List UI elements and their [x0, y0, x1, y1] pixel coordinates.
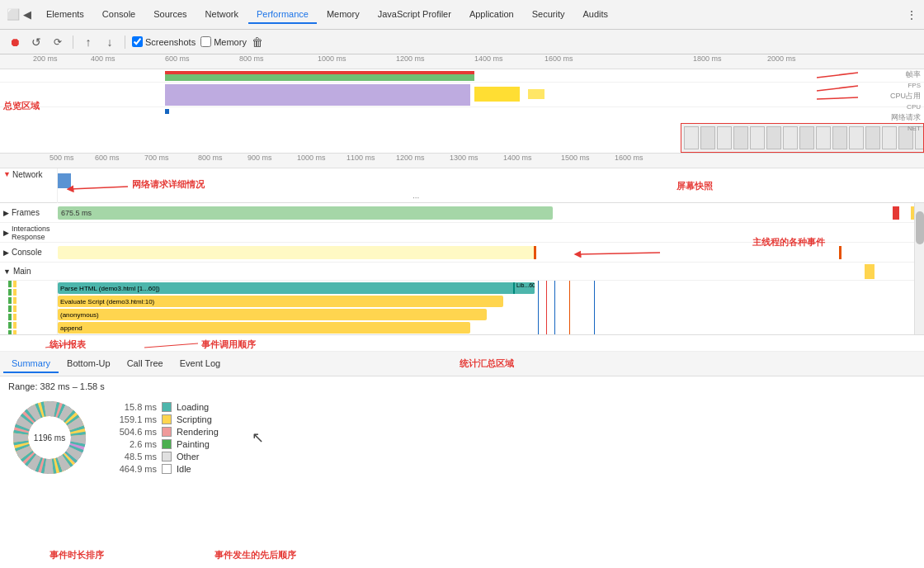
- tab-memory[interactable]: Memory: [318, 6, 368, 24]
- main-events-content: Parse HTML (demo3.html [1...60]) Lib...6…: [58, 281, 924, 335]
- tab-bottom-up[interactable]: Bottom-Up: [59, 355, 119, 373]
- tab-sources[interactable]: Sources: [145, 6, 195, 24]
- legend-scripting-ms: 159.1 ms: [107, 414, 157, 424]
- trash-button[interactable]: 🗑: [252, 36, 263, 49]
- vline-blue3: [594, 281, 595, 335]
- ruler-tick-1800: 1800 ms: [693, 54, 722, 63]
- interactions-expand-icon[interactable]: ▶: [3, 229, 9, 237]
- screenshot-thumb-2[interactable]: [700, 126, 715, 149]
- net-tick-1500: 1500 ms: [561, 154, 590, 162]
- legend-other: 48.5 ms Other: [107, 452, 219, 462]
- interactions-label: Interactions Response: [12, 225, 58, 241]
- svg-line-5: [45, 343, 74, 348]
- fps-row: [0, 69, 924, 83]
- console-end-tick: [534, 246, 536, 259]
- legend-rendering: 504.6 ms Rendering: [107, 427, 219, 437]
- stats-annotations-row: 统计报表 事件调用顺序: [0, 335, 924, 352]
- net-tick-1600: 1600 ms: [615, 154, 644, 162]
- legend-idle: 464.9 ms Idle: [107, 464, 219, 474]
- main-expand-icon[interactable]: ▼: [3, 267, 11, 276]
- interactions-track-label: ▶ Interactions Response: [0, 225, 58, 241]
- record-stop-button[interactable]: ⏺: [7, 34, 23, 50]
- frames-expand-icon[interactable]: ▶: [3, 209, 9, 217]
- legend-rendering-color: [162, 427, 172, 437]
- toolbar-divider-1: [73, 36, 73, 49]
- screenshot-thumb-6[interactable]: [766, 126, 781, 149]
- legend-idle-ms: 464.9 ms: [107, 464, 157, 474]
- toolbar-divider-2: [125, 36, 125, 49]
- tab-summary[interactable]: Summary: [3, 355, 59, 373]
- memory-checkbox[interactable]: [200, 36, 211, 47]
- screenshot-thumb-9[interactable]: [816, 126, 831, 149]
- screenshot-thumb-7[interactable]: [783, 126, 798, 149]
- tab-audits[interactable]: Audits: [574, 6, 616, 24]
- main-section: 200 ms 400 ms 600 ms 800 ms 1000 ms 1200…: [0, 54, 924, 568]
- ruler-tick-1400: 1400 ms: [474, 54, 503, 63]
- net-tick-1200: 1200 ms: [396, 154, 425, 162]
- screenshots-checkbox[interactable]: [132, 36, 143, 47]
- summary-range: Range: 382 ms – 1.58 s: [8, 381, 916, 391]
- console-expand-icon[interactable]: ▶: [3, 248, 9, 257]
- download-button[interactable]: ↓: [101, 34, 118, 50]
- performance-toolbar: ⏺ ↺ ⟳ ↑ ↓ Screenshots Memory 🗑: [0, 30, 924, 54]
- screenshot-thumb-10[interactable]: [832, 126, 847, 149]
- console-tick2: [839, 246, 842, 259]
- vline-orange: [569, 281, 570, 335]
- tab-event-log[interactable]: Event Log: [172, 355, 229, 373]
- cpu-abbr: CPU: [862, 103, 924, 111]
- ruler-tick-400: 400 ms: [91, 54, 116, 63]
- frames-track-label: ▶ Frames: [0, 208, 58, 217]
- interactions-track-row: ▶ Interactions Response: [0, 223, 924, 243]
- legend-scripting-label: Scripting: [177, 414, 212, 424]
- interactions-content: [58, 223, 924, 242]
- reload-record-button[interactable]: ↺: [28, 34, 45, 50]
- screenshot-thumb-3[interactable]: [717, 126, 732, 149]
- net-tick-800: 800 ms: [198, 154, 223, 162]
- upload-button[interactable]: ↑: [80, 34, 97, 50]
- ruler-tick-800: 800 ms: [239, 54, 264, 63]
- tab-call-tree[interactable]: Call Tree: [119, 355, 172, 373]
- frames-label: Frames: [12, 208, 40, 217]
- tab-console[interactable]: Console: [94, 6, 144, 24]
- frames-duration: 675.5 ms: [61, 209, 92, 217]
- tab-network[interactable]: Network: [197, 6, 247, 24]
- net-abbr: NET: [862, 125, 924, 132]
- tab-application[interactable]: Application: [461, 6, 522, 24]
- net-tick-700: 700 ms: [144, 154, 169, 162]
- donut-chart: 1196 ms: [8, 396, 91, 479]
- vline-blue: [538, 281, 539, 335]
- overview-area: 200 ms 400 ms 600 ms 800 ms 1000 ms 1200…: [0, 54, 924, 154]
- parse-html-bar[interactable]: Parse HTML (demo3.html [1...60]) Lib...6…: [58, 282, 535, 294]
- network-section: 500 ms 600 ms 700 ms 800 ms 900 ms 1000 …: [0, 154, 924, 203]
- screenshot-thumb-5[interactable]: [750, 126, 765, 149]
- main-events-label-spacer: [0, 281, 58, 335]
- tab-security[interactable]: Security: [524, 6, 573, 24]
- tab-elements[interactable]: Elements: [38, 6, 92, 24]
- fps-green-bar: [165, 74, 474, 81]
- legend-loading-ms: 15.8 ms: [107, 402, 157, 412]
- append-bar[interactable]: append: [58, 322, 470, 334]
- ruler-tick-2000: 2000 ms: [767, 54, 796, 63]
- screenshot-thumb-1[interactable]: [684, 126, 699, 149]
- screenshot-thumb-8[interactable]: [799, 126, 814, 149]
- legend-idle-label: Idle: [177, 464, 191, 474]
- evaluate-script-label: Evaluate Script (demo3.html:10): [60, 298, 154, 305]
- frames-track-content: 675.5 ms: [58, 203, 924, 222]
- net-row: [0, 107, 924, 117]
- clear-button[interactable]: ⟳: [50, 34, 66, 50]
- more-tabs-icon[interactable]: ⋮: [906, 8, 917, 21]
- net-tick-1000: 1000 ms: [297, 154, 326, 162]
- evaluate-script-bar[interactable]: Evaluate Script (demo3.html:10): [58, 296, 503, 307]
- annotation-summary-area: 统计汇总区域: [460, 357, 514, 370]
- tab-performance[interactable]: Performance: [248, 6, 317, 24]
- anonymous-bar[interactable]: (anonymous): [58, 309, 487, 320]
- vline-blue2: [554, 281, 555, 335]
- bottom-tabs-bar: Summary Bottom-Up Call Tree Event Log 统计…: [0, 352, 924, 376]
- timeline-scrollbar[interactable]: [914, 203, 924, 334]
- scrollbar-thumb[interactable]: [916, 211, 924, 244]
- net-label-right: 网络请求: [862, 112, 924, 123]
- screenshot-thumb-4[interactable]: [733, 126, 748, 149]
- legend-other-color: [162, 452, 172, 462]
- net-bar1: [165, 109, 169, 114]
- tab-js-profiler[interactable]: JavaScript Profiler: [370, 6, 460, 24]
